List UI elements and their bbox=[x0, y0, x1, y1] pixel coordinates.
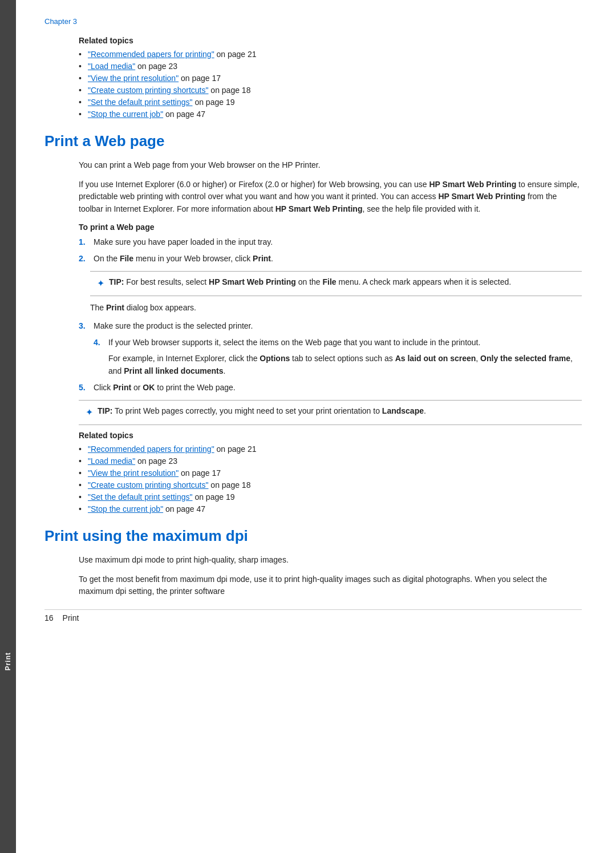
chapter-label: Chapter 3 bbox=[44, 17, 582, 26]
step-content: Click Print or OK to print the Web page. bbox=[94, 382, 582, 394]
footer-section-label: Print bbox=[63, 613, 79, 622]
page-footer: 16 Print bbox=[44, 609, 582, 622]
list-item: "Create custom printing shortcuts" on pa… bbox=[79, 480, 582, 490]
sub-heading-print-web: To print a Web page bbox=[79, 223, 582, 232]
section-title-print-web: Print a Web page bbox=[44, 132, 582, 150]
list-item: 2. On the File menu in your Web browser,… bbox=[79, 253, 582, 265]
step-content: Make sure the product is the selected pr… bbox=[94, 320, 582, 333]
list-item: 5. Click Print or OK to print the Web pa… bbox=[79, 382, 582, 394]
related-topics-heading-1: Related topics bbox=[79, 36, 582, 45]
step-content: Make sure you have paper loaded in the i… bbox=[94, 236, 582, 249]
step-number: 1. bbox=[79, 236, 90, 249]
side-tab: Print bbox=[0, 0, 16, 853]
list-item: "Set the default print settings" on page… bbox=[79, 98, 582, 107]
side-tab-label: Print bbox=[4, 652, 12, 670]
para-dpi-2: To get the most benefit from maximum dpi… bbox=[79, 573, 582, 598]
list-item: "Stop the current job" on page 47 bbox=[79, 504, 582, 514]
list-item: 3. Make sure the product is the selected… bbox=[79, 320, 582, 333]
steps-list-2: 3. Make sure the product is the selected… bbox=[79, 320, 582, 394]
tip-icon: ✦ bbox=[86, 406, 93, 420]
section-title-max-dpi: Print using the maximum dpi bbox=[44, 527, 582, 545]
list-item: "View the print resolution" on page 17 bbox=[79, 468, 582, 478]
step-content: On the File menu in your Web browser, cl… bbox=[94, 253, 582, 265]
list-item: "Create custom printing shortcuts" on pa… bbox=[79, 86, 582, 95]
related-link[interactable]: "Recommended papers for printing" bbox=[88, 50, 214, 59]
steps-list-1: 1. Make sure you have paper loaded in th… bbox=[79, 236, 582, 265]
related-link[interactable]: "Load media" bbox=[88, 62, 135, 71]
related-link[interactable]: "Create custom printing shortcuts" bbox=[88, 480, 208, 490]
list-item: 1. Make sure you have paper loaded in th… bbox=[79, 236, 582, 249]
list-item: "Set the default print settings" on page… bbox=[79, 492, 582, 502]
related-link[interactable]: "Stop the current job" bbox=[88, 504, 163, 514]
list-item: 4. If your Web browser supports it, sele… bbox=[79, 337, 582, 377]
list-item: "Recommended papers for printing" on pag… bbox=[79, 50, 582, 59]
list-item: "Recommended papers for printing" on pag… bbox=[79, 444, 582, 454]
related-link[interactable]: "View the print resolution" bbox=[88, 74, 179, 83]
related-topics-list-2: "Recommended papers for printing" on pag… bbox=[79, 444, 582, 514]
step-number: 3. bbox=[79, 320, 90, 333]
related-link[interactable]: "Load media" bbox=[88, 456, 135, 466]
para-dpi-1: Use maximum dpi mode to print high-quali… bbox=[79, 554, 582, 567]
related-topics-heading-2: Related topics bbox=[79, 431, 582, 440]
related-link[interactable]: "Set the default print settings" bbox=[88, 492, 193, 502]
main-content: Chapter 3 Related topics "Recommended pa… bbox=[16, 0, 616, 853]
list-item: "Load media" on page 23 bbox=[79, 456, 582, 466]
list-item: "View the print resolution" on page 17 bbox=[79, 74, 582, 83]
tip-text: TIP: To print Web pages correctly, you m… bbox=[98, 405, 426, 418]
tip-icon: ✦ bbox=[97, 277, 104, 291]
step-extra: For example, in Internet Explorer, click… bbox=[108, 353, 582, 377]
tip-box-2: ✦ TIP: To print Web pages correctly, you… bbox=[79, 400, 582, 425]
tip-box-1: ✦ TIP: For best results, select HP Smart… bbox=[90, 271, 582, 296]
step-content: If your Web browser supports it, select … bbox=[108, 337, 480, 349]
related-link[interactable]: "Create custom printing shortcuts" bbox=[88, 86, 208, 95]
tip-text: TIP: For best results, select HP Smart W… bbox=[109, 276, 511, 289]
step-number: 4. bbox=[94, 337, 105, 349]
related-link[interactable]: "Recommended papers for printing" bbox=[88, 444, 214, 454]
related-topics-list-1: "Recommended papers for printing" on pag… bbox=[79, 50, 582, 119]
print-dialog-note: The Print dialog box appears. bbox=[90, 302, 582, 314]
step-number: 5. bbox=[79, 382, 90, 394]
step-number: 2. bbox=[79, 253, 90, 265]
page-wrapper: Print Chapter 3 Related topics "Recommen… bbox=[0, 0, 616, 853]
related-link[interactable]: "Set the default print settings" bbox=[88, 98, 193, 107]
para-web-2: If you use Internet Explorer (6.0 or hig… bbox=[79, 179, 582, 216]
related-link[interactable]: "View the print resolution" bbox=[88, 468, 179, 478]
related-link[interactable]: "Stop the current job" bbox=[88, 110, 163, 119]
para-web-1: You can print a Web page from your Web b… bbox=[79, 159, 582, 172]
list-item: "Load media" on page 23 bbox=[79, 62, 582, 71]
footer-page-number: 16 bbox=[44, 613, 54, 622]
list-item: "Stop the current job" on page 47 bbox=[79, 110, 582, 119]
